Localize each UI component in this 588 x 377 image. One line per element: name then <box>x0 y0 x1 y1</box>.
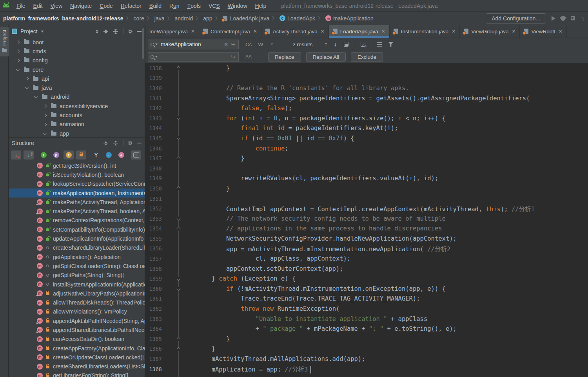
line-number[interactable]: 1355 <box>148 236 162 242</box>
line-number[interactable]: 1338 <box>148 65 162 71</box>
line-number[interactable]: 1358 <box>148 266 162 272</box>
close-icon[interactable]: ✕ <box>191 29 195 34</box>
code-line[interactable]: 1346 continue; <box>145 143 588 154</box>
close-icon[interactable]: ✕ <box>381 29 385 34</box>
code-line[interactable]: 1362 throw new RuntimeException( <box>145 304 588 314</box>
tab-activitythread-java[interactable]: ActivityThread.java✕ <box>261 25 329 38</box>
scroll-from-source-icon[interactable]: ↑ <box>131 150 141 160</box>
new-line-icon[interactable]: ↵ <box>230 41 235 47</box>
tree-item-accounts[interactable]: accounts <box>9 111 145 120</box>
menu-item-help[interactable]: Help <box>251 0 270 12</box>
code-line[interactable]: 1342 false, false); <box>145 103 588 113</box>
tree-item-core[interactable]: core <box>9 65 145 74</box>
code-line[interactable]: 1343 for (int i = 0, n = packageIdentifi… <box>145 113 588 123</box>
code-line[interactable]: 1364 + " package " + mPackageName + ": "… <box>145 324 588 334</box>
fold-end-icon[interactable] <box>176 347 180 351</box>
open-in-find-window-icon[interactable] <box>344 42 348 47</box>
line-number[interactable]: 1365 <box>148 336 162 342</box>
menu-item-build[interactable]: Build <box>145 0 165 12</box>
line-number[interactable]: 1354 <box>148 225 162 232</box>
code-line[interactable]: 1366 } <box>145 344 588 354</box>
code-line[interactable]: 1349 rewriteRValues(cl, packageIdentifie… <box>145 174 588 184</box>
fold-collapse-icon[interactable] <box>176 217 180 221</box>
line-number[interactable]: 1343 <box>148 115 162 121</box>
line-number[interactable]: 1350 <box>148 185 162 192</box>
replace-all-button[interactable]: Replace All <box>306 52 346 62</box>
tree-item-android[interactable]: android <box>9 92 145 102</box>
line-number[interactable]: 1366 <box>148 346 162 352</box>
breadcrumb-item-java[interactable]: java <box>154 15 165 22</box>
add-configuration-button[interactable]: Add Configuration... <box>486 13 546 24</box>
chevron-right-icon[interactable] <box>16 58 20 62</box>
menu-item-window[interactable]: Window <box>224 0 251 12</box>
tree-item-api[interactable]: api <box>9 74 145 83</box>
code-line[interactable]: 1355 NetworkSecurityConfigProvider.handl… <box>145 234 588 244</box>
chevron-down-icon[interactable] <box>16 67 20 71</box>
debug-icon[interactable] <box>561 16 565 21</box>
code-line[interactable]: 1339 <box>145 73 588 83</box>
chevron-right-icon[interactable] <box>16 49 20 53</box>
code-line[interactable]: 1352 ContextImpl appContext = ContextImp… <box>145 203 588 214</box>
line-number[interactable]: 1363 <box>148 316 162 322</box>
gear-icon[interactable] <box>129 30 132 33</box>
menu-item-code[interactable]: Code <box>96 0 116 12</box>
replace-input[interactable]: ↵ <box>148 52 239 62</box>
code-line[interactable]: 1347 } <box>145 153 588 163</box>
gear-icon[interactable] <box>129 141 132 145</box>
line-number[interactable]: 1357 <box>148 256 162 262</box>
fold-collapse-icon[interactable] <box>176 287 180 291</box>
close-icon[interactable]: ✕ <box>321 29 325 34</box>
structure-method-row[interactable]: mcreateSharedLibrariesLoaders(List<Sha <box>9 362 145 371</box>
chevron-right-icon[interactable] <box>25 77 29 81</box>
chevron-down-icon[interactable] <box>43 131 47 135</box>
match-case-toggle[interactable]: Cc <box>242 42 255 47</box>
sort-alphabetically-icon[interactable]: ↓az <box>24 150 34 160</box>
structure-method-row[interactable]: msetCompatibilityInfo(CompatibilityInfo) <box>9 225 145 234</box>
hide-panel-icon[interactable] <box>137 143 142 143</box>
structure-method-row[interactable]: mappendApkLibPathIfNeeded(String, Ap <box>9 316 145 325</box>
chevron-down-icon[interactable] <box>41 31 44 33</box>
line-number[interactable]: 1345 <box>148 135 162 141</box>
show-non-public-icon[interactable] <box>76 150 86 160</box>
code-line[interactable]: 1356 app = mActivityThread.mInstrumentat… <box>145 244 588 254</box>
previous-occurrence-icon[interactable]: ↑ <box>324 41 327 48</box>
project-tree-scrollbar[interactable] <box>142 28 144 59</box>
whole-words-toggle[interactable]: W <box>255 42 267 47</box>
line-number[interactable]: 1347 <box>148 155 162 161</box>
code-editor[interactable]: 1338 }13391340 // Rewrite the R 'constan… <box>145 63 588 377</box>
expand-all-icon[interactable] <box>103 29 108 34</box>
code-line[interactable]: 1341 SparseArray<String> packageIdentifi… <box>145 93 588 103</box>
show-lambdas-icon[interactable]: λ <box>116 150 126 160</box>
tree-item-java[interactable]: java <box>9 83 145 92</box>
menu-item-tools[interactable]: Tools <box>183 0 205 12</box>
clear-search-icon[interactable]: ✕ <box>224 42 228 47</box>
chevron-right-icon[interactable] <box>43 113 47 117</box>
fold-end-icon[interactable] <box>176 66 180 70</box>
fold-end-icon[interactable] <box>176 156 180 160</box>
structure-method-row[interactable]: mgetSplitPaths(String): String[] <box>9 271 145 280</box>
code-line[interactable]: 1338 } <box>145 63 588 73</box>
code-line[interactable]: 1358 appContext.setOuterContext(app); <box>145 264 588 274</box>
structure-method-row[interactable]: mmakeApplication(boolean, Instrumenta <box>9 188 145 198</box>
profiler-icon[interactable] <box>571 16 575 20</box>
line-number[interactable]: 1340 <box>148 85 162 91</box>
close-icon[interactable]: ✕ <box>452 29 456 34</box>
replace-history-caret-icon[interactable] <box>155 56 158 58</box>
line-number[interactable]: 1367 <box>148 356 162 362</box>
code-line[interactable]: 1359 } catch (Exception e) { <box>145 274 588 284</box>
line-number[interactable]: 1361 <box>148 295 162 302</box>
tree-item-accessibilityservice[interactable]: accessibilityservice <box>9 102 145 111</box>
group-methods-icon[interactable]: Y <box>91 150 101 160</box>
structure-method-row[interactable]: mcanAccessDataDir(): boolean <box>9 335 145 344</box>
tab-instrumentation-java[interactable]: Instrumentation.java✕ <box>390 25 460 38</box>
line-number[interactable]: 1339 <box>148 75 162 81</box>
line-number[interactable]: 1352 <box>148 205 162 212</box>
tree-item-animation[interactable]: animation <box>9 120 145 129</box>
code-line[interactable]: 1361 Trace.traceEnd(Trace.TRACE_TAG_ACTI… <box>145 294 588 304</box>
line-number[interactable]: 1356 <box>148 245 162 252</box>
structure-method-row[interactable]: mgetSplitClassLoader(String): ClassLoade <box>9 261 145 270</box>
collapse-all-icon[interactable] <box>113 141 118 145</box>
chevron-down-icon[interactable] <box>34 94 38 98</box>
structure-method-row[interactable]: mgetTargetSdkVersion(): int <box>9 161 145 170</box>
structure-method-row[interactable]: mappendSharedLibrariesLibPathsIfNeede <box>9 325 145 334</box>
